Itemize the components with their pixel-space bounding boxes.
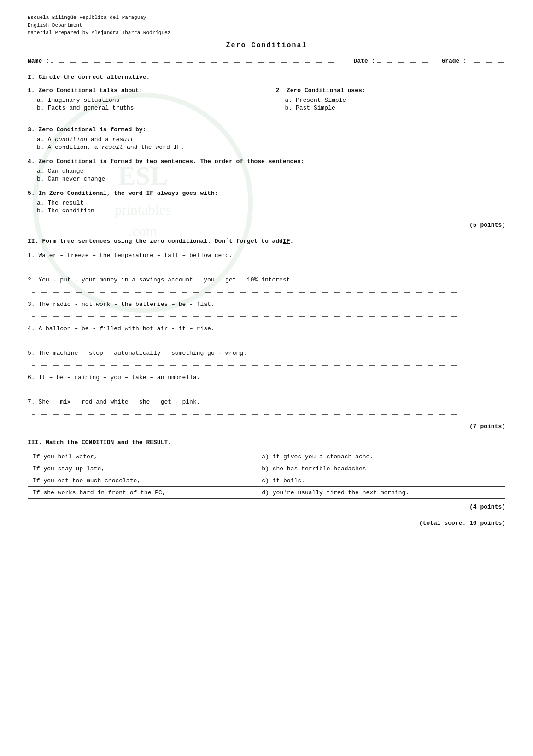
name-date-grade-row: Name : Date : Grade : <box>28 58 505 64</box>
match-row-2-right: b) she has terrible headaches <box>257 463 505 475</box>
school-header: Escuela Bilingüe República del Paraguay … <box>28 14 505 37</box>
match-row-3-left: If you eat too much chocolate,______ <box>28 475 257 486</box>
section-i-title: I. Circle the correct alternative: <box>28 74 505 81</box>
section-ii-block: II. Form true sentences using the zero c… <box>28 238 505 430</box>
section-ii-title: II. Form true sentences using the zero c… <box>28 238 505 245</box>
section-iii-title: III. Match the CONDITION and the RESULT. <box>28 439 505 446</box>
name-label: Name : <box>28 58 49 64</box>
school-name: Escuela Bilingüe República del Paraguay <box>28 14 505 22</box>
exercise-6-sentence: 6. It – be – raining – you – take – an u… <box>28 374 505 381</box>
q2-option-a: a. Present Simple <box>285 97 506 104</box>
exercise-7: 7. She – mix – red and white – she – get… <box>28 399 505 415</box>
q3-title: 3. Zero Conditional is formed by: <box>28 126 505 133</box>
exercise-3-answer-line <box>32 310 462 317</box>
q3-options: a. A condition and a result b. A conditi… <box>37 136 505 151</box>
exercise-2-answer-line <box>32 285 462 293</box>
exercise-5-sentence: 5. The machine – stop – automatically – … <box>28 350 505 357</box>
match-row-4: If she works hard in front of the PC,___… <box>28 486 505 498</box>
exercise-6: 6. It – be – raining – you – take – an u… <box>28 374 505 390</box>
exercise-7-sentence: 7. She – mix – red and white – she – get… <box>28 399 505 405</box>
exercise-4-answer-line <box>32 334 462 341</box>
match-row-2: If you stay up late,______ b) she has te… <box>28 463 505 475</box>
match-row-2-left: If you stay up late,______ <box>28 463 257 475</box>
q3-option-b: b. A condition, a result and the word IF… <box>37 144 505 151</box>
section-i-points: (5 points) <box>28 222 505 229</box>
dept-name: English Department <box>28 22 505 29</box>
section-iii-points: (4 points) <box>28 504 505 510</box>
q4-option-b: b. Can never change <box>37 176 505 182</box>
match-row-1: If you boil water,______ a) it gives you… <box>28 451 505 463</box>
exercise-5-answer-line <box>32 358 462 366</box>
q5-option-a: a. The result <box>37 199 505 206</box>
worksheet-title: Zero Conditional <box>28 41 505 49</box>
section-i-block: I. Circle the correct alternative: 1. Ze… <box>28 74 505 229</box>
questions-1-2-row: 1. Zero Conditional talks about: a. Imag… <box>28 87 505 119</box>
match-row-4-right: d) you're usually tired the next morning… <box>257 486 505 498</box>
q5-option-b: b. The condition <box>37 207 505 214</box>
question-1-col: 1. Zero Conditional talks about: a. Imag… <box>28 87 258 119</box>
q4-options: a. Can change b. Can never change <box>37 168 505 182</box>
q1-option-b: b. Facts and general truths <box>37 105 258 111</box>
match-row-3: If you eat too much chocolate,______ c) … <box>28 475 505 486</box>
exercise-3: 3. The radio - not work - the batteries … <box>28 301 505 317</box>
match-row-1-left: If you boil water,______ <box>28 451 257 463</box>
q1-options: a. Imaginary situations b. Facts and gen… <box>37 97 258 111</box>
name-dots-line <box>51 62 340 63</box>
exercise-2: 2. You - put - your money in a savings a… <box>28 276 505 293</box>
question-3: 3. Zero Conditional is formed by: a. A c… <box>28 126 505 151</box>
question-2: 2. Zero Conditional uses: a. Present Sim… <box>276 87 506 111</box>
exercise-4: 4. A balloon – be - filled with hot air … <box>28 325 505 341</box>
total-score: (total score: 16 points) <box>28 520 505 527</box>
q5-title: 5. In Zero Conditional, the word IF alwa… <box>28 190 505 197</box>
q1-title: 1. Zero Conditional talks about: <box>28 87 258 94</box>
q4-option-a: a. Can change <box>37 168 505 175</box>
exercise-2-sentence: 2. You - put - your money in a savings a… <box>28 276 505 283</box>
q2-title: 2. Zero Conditional uses: <box>276 87 506 94</box>
question-1: 1. Zero Conditional talks about: a. Imag… <box>28 87 258 111</box>
q1-option-a: a. Imaginary situations <box>37 97 258 104</box>
match-row-1-right: a) it gives you a stomach ache. <box>257 451 505 463</box>
exercise-7-answer-line <box>32 407 462 415</box>
exercise-5: 5. The machine – stop – automatically – … <box>28 350 505 366</box>
q2-options: a. Present Simple b. Past Simple <box>285 97 506 111</box>
q2-option-b: b. Past Simple <box>285 105 506 111</box>
q3-option-a: a. A condition and a result <box>37 136 505 143</box>
q5-options: a. The result b. The condition <box>37 199 505 214</box>
match-row-4-left: If she works hard in front of the PC,___… <box>28 486 257 498</box>
exercise-1-sentence: 1. Water – freeze – the temperature – fa… <box>28 252 505 259</box>
question-2-col: 2. Zero Conditional uses: a. Present Sim… <box>276 87 506 119</box>
exercise-6-answer-line <box>32 383 462 390</box>
exercise-4-sentence: 4. A balloon – be - filled with hot air … <box>28 325 505 332</box>
match-table: If you boil water,______ a) it gives you… <box>28 451 505 499</box>
prepared-by: Material Prepared by Alejandra Ibarra Ro… <box>28 29 505 37</box>
question-5: 5. In Zero Conditional, the word IF alwa… <box>28 190 505 214</box>
match-row-3-right: c) it boils. <box>257 475 505 486</box>
section-ii-exercises: 1. Water – freeze – the temperature – fa… <box>28 252 505 415</box>
date-dots-line <box>377 62 432 63</box>
question-4: 4. Zero Conditional is formed by two sen… <box>28 158 505 182</box>
grade-label: Grade : <box>441 58 467 64</box>
exercise-3-sentence: 3. The radio - not work - the batteries … <box>28 301 505 308</box>
grade-dots-line <box>469 62 505 63</box>
section-ii-points: (7 points) <box>28 423 505 430</box>
date-label: Date : <box>354 58 375 64</box>
exercise-1: 1. Water – freeze – the temperature – fa… <box>28 252 505 268</box>
q4-title: 4. Zero Conditional is formed by two sen… <box>28 158 505 165</box>
section-iii-block: III. Match the CONDITION and the RESULT.… <box>28 439 505 527</box>
exercise-1-answer-line <box>32 261 462 268</box>
